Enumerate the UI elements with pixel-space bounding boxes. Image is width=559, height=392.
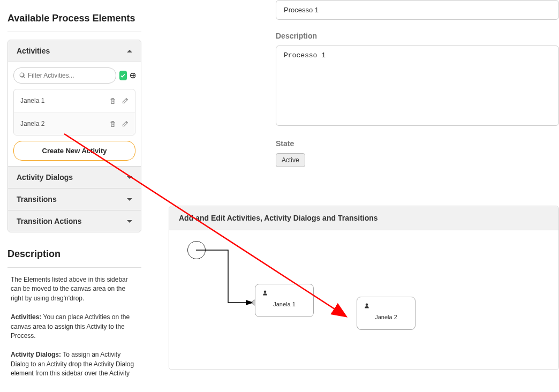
canvas-panel-header: Add and Edit Activities, Activity Dialog… bbox=[169, 206, 558, 230]
description-p1: The Elements listed above in this sideba… bbox=[11, 275, 138, 303]
acc-label: Transitions bbox=[17, 195, 57, 203]
canvas-panel: Add and Edit Activities, Activity Dialog… bbox=[169, 206, 559, 370]
canvas[interactable]: Janela 1 Janela 2 bbox=[169, 230, 558, 370]
description-p3: Activity Dialogs: To assign an Activity … bbox=[11, 350, 138, 378]
edit-icon[interactable] bbox=[122, 97, 129, 104]
acc-header-activities[interactable]: Activities bbox=[8, 40, 141, 62]
canvas-node-janela-1[interactable]: Janela 1 bbox=[255, 284, 314, 317]
description-p2: Activities: You can place Activities on … bbox=[11, 313, 138, 341]
item-icons bbox=[109, 120, 129, 127]
acc-header-activity-dialogs[interactable]: Activity Dialogs bbox=[8, 166, 141, 188]
trash-icon[interactable] bbox=[109, 120, 116, 127]
state-select[interactable]: Active bbox=[276, 153, 305, 167]
sidebar: Available Process Elements Activities Ja… bbox=[7, 0, 141, 388]
activity-item[interactable]: Janela 1 bbox=[14, 89, 135, 112]
chevron-down-icon bbox=[127, 220, 132, 223]
process-name-input[interactable] bbox=[276, 0, 559, 20]
person-icon bbox=[262, 290, 268, 296]
field-label-state: State bbox=[276, 139, 559, 148]
description-section: Description The Elements listed above in… bbox=[7, 248, 141, 379]
form-area: Description State Active bbox=[276, 0, 559, 195]
check-badge-icon[interactable] bbox=[119, 71, 127, 80]
description-heading: Description bbox=[7, 248, 141, 260]
activity-item[interactable]: Janela 2 bbox=[14, 112, 135, 135]
acc-body-activities: Janela 1 Janela 2 Create New Activity bbox=[8, 62, 141, 166]
item-icons bbox=[109, 97, 129, 104]
globe-icon[interactable] bbox=[130, 72, 136, 79]
canvas-node-janela-2[interactable]: Janela 2 bbox=[357, 297, 416, 330]
process-description-textarea[interactable] bbox=[276, 46, 559, 126]
node-label: Janela 1 bbox=[273, 301, 296, 307]
filter-input-wrap[interactable] bbox=[13, 67, 116, 84]
filter-activities-input[interactable] bbox=[26, 70, 110, 81]
acc-label: Activity Dialogs bbox=[17, 173, 73, 182]
person-icon bbox=[364, 303, 370, 309]
acc-label: Activities bbox=[17, 47, 50, 55]
filter-row bbox=[13, 67, 135, 84]
acc-header-transitions[interactable]: Transitions bbox=[8, 188, 141, 210]
divider bbox=[7, 32, 141, 32]
accordion: Activities Janela 1 bbox=[7, 40, 141, 232]
node-label: Janela 2 bbox=[375, 314, 397, 320]
acc-header-transition-actions[interactable]: Transition Actions bbox=[8, 210, 141, 232]
divider bbox=[7, 267, 141, 268]
chevron-down-icon bbox=[127, 176, 132, 179]
form-row-name bbox=[276, 0, 559, 20]
sidebar-title: Available Process Elements bbox=[7, 13, 141, 24]
main: Description State Active Add and Edit Ac… bbox=[169, 0, 559, 370]
search-icon bbox=[19, 72, 26, 79]
activity-list: Janela 1 Janela 2 bbox=[13, 89, 135, 135]
form-row-state: State Active bbox=[276, 139, 559, 167]
create-activity-button[interactable]: Create New Activity bbox=[13, 141, 135, 161]
edit-icon[interactable] bbox=[122, 120, 129, 127]
chevron-down-icon bbox=[127, 198, 132, 201]
acc-label: Transition Actions bbox=[17, 217, 82, 225]
trash-icon[interactable] bbox=[109, 97, 116, 104]
activity-item-label: Janela 1 bbox=[20, 97, 44, 104]
connector bbox=[196, 249, 260, 308]
field-label-description: Description bbox=[276, 32, 559, 40]
form-row-description: Description bbox=[276, 32, 559, 127]
activity-item-label: Janela 2 bbox=[20, 120, 44, 127]
chevron-up-icon bbox=[127, 50, 132, 52]
